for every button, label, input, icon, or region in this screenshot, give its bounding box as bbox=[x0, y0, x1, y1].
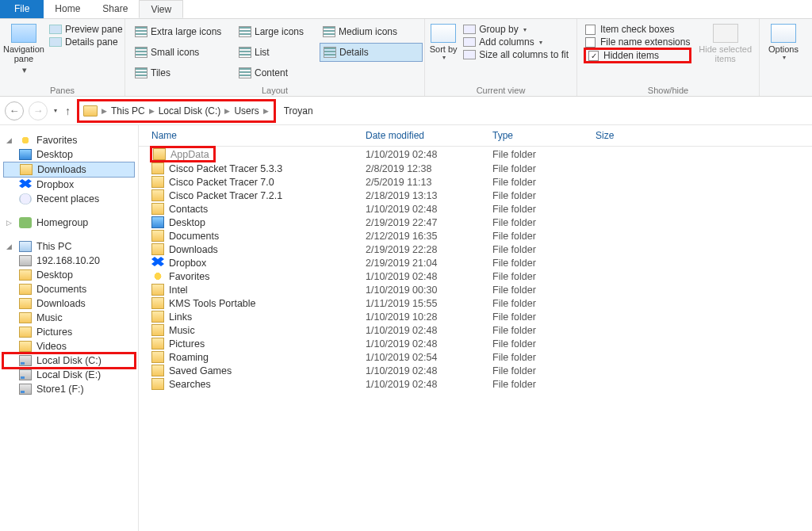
up-button[interactable]: ↑ bbox=[62, 105, 74, 117]
tiles-icon bbox=[135, 67, 147, 78]
group-by-button[interactable]: Group by ▾ bbox=[463, 24, 569, 35]
layout-content[interactable]: Content bbox=[236, 63, 315, 82]
sidebar-item-desktop[interactable]: Desktop bbox=[3, 147, 135, 162]
file-row[interactable]: Favorites1/10/2019 02:48File folder bbox=[144, 269, 812, 283]
hidden-items-toggle[interactable]: ✓Hidden items bbox=[585, 49, 690, 62]
file-row[interactable]: Cisco Packet Tracer 5.3.32/8/2019 12:38F… bbox=[144, 162, 812, 175]
sort-by-label: Sort by bbox=[430, 44, 458, 54]
col-name[interactable]: Name bbox=[151, 130, 366, 141]
chevron-right-icon: ▶ bbox=[101, 107, 108, 115]
add-columns-icon bbox=[463, 37, 476, 47]
layout-extra-large-icons[interactable]: Extra large icons bbox=[132, 22, 231, 41]
sidebar-item-pictures[interactable]: Pictures bbox=[3, 325, 135, 339]
sidebar-item-localdisk-e[interactable]: Local Disk (E:) bbox=[3, 368, 135, 382]
sidebar-item-recent[interactable]: Recent places bbox=[3, 192, 135, 206]
preview-pane-button[interactable]: Preview pane bbox=[49, 24, 123, 35]
column-headers[interactable]: Name Date modified Type Size bbox=[139, 125, 812, 147]
file-date: 1/10/2019 02:54 bbox=[366, 352, 492, 363]
folder-icon bbox=[151, 257, 164, 269]
file-name: Pictures bbox=[169, 338, 205, 350]
file-row[interactable]: Intel1/10/2019 00:30File folder bbox=[144, 283, 812, 296]
file-name: Roaming bbox=[169, 352, 209, 363]
file-row[interactable]: Contacts1/10/2019 02:48File folder bbox=[144, 202, 812, 216]
sidebar-item-store1-f[interactable]: Store1 (F:) bbox=[3, 382, 135, 396]
file-name: Dropbox bbox=[169, 258, 206, 269]
breadcrumb-users[interactable]: Users bbox=[231, 105, 262, 117]
sort-icon bbox=[431, 24, 456, 43]
sort-by-button[interactable]: Sort by ▾ bbox=[428, 21, 458, 85]
file-name: KMS Tools Portable bbox=[169, 298, 256, 309]
file-row[interactable]: Music1/10/2019 02:48File folder bbox=[144, 323, 812, 337]
folder-icon bbox=[151, 270, 164, 282]
details-pane-label: Details pane bbox=[65, 36, 118, 48]
file-date: 2/19/2019 22:28 bbox=[366, 244, 492, 255]
homegroup-icon bbox=[19, 217, 32, 228]
file-extensions-toggle[interactable]: File name extensions bbox=[585, 36, 690, 48]
layout-medium-icons[interactable]: Medium icons bbox=[320, 22, 423, 41]
add-columns-button[interactable]: Add columns ▾ bbox=[463, 36, 569, 48]
file-row[interactable]: Links1/10/2019 10:28File folder bbox=[144, 310, 812, 323]
item-checkboxes-toggle[interactable]: Item check boxes bbox=[585, 24, 690, 35]
sidebar-item-netdrive[interactable]: 192.168.10.20 bbox=[3, 254, 135, 268]
details-pane-button[interactable]: Details pane bbox=[49, 36, 123, 48]
file-row[interactable]: Roaming1/10/2019 02:54File folder bbox=[144, 350, 812, 364]
file-row[interactable]: Downloads2/19/2019 22:28File folder bbox=[144, 243, 812, 256]
folder-icon bbox=[19, 284, 32, 295]
file-row[interactable]: Searches1/10/2019 02:48File folder bbox=[144, 377, 812, 391]
layout-large-icons[interactable]: Large icons bbox=[236, 22, 315, 41]
preview-pane-icon bbox=[49, 25, 62, 34]
chevron-down-icon: ▾ bbox=[22, 65, 27, 74]
folder-icon bbox=[151, 284, 164, 296]
file-row[interactable]: AppData1/10/2019 02:48File folder bbox=[144, 147, 812, 162]
sidebar-homegroup[interactable]: ▷Homegroup bbox=[3, 216, 135, 230]
file-row[interactable]: Saved Games1/10/2019 02:48File folder bbox=[144, 364, 812, 377]
history-dropdown[interactable]: ▾ bbox=[54, 107, 57, 114]
tab-share[interactable]: Share bbox=[91, 0, 139, 18]
col-size[interactable]: Size bbox=[596, 130, 659, 141]
file-row[interactable]: Pictures1/10/2019 02:48File folder bbox=[144, 337, 812, 350]
col-date[interactable]: Date modified bbox=[366, 130, 492, 141]
file-date: 1/10/2019 02:48 bbox=[366, 379, 492, 390]
options-button[interactable]: Options ▾ bbox=[763, 21, 804, 94]
address-bar: ← → ▾ ↑ ▶ This PC ▶ Local Disk (C:) ▶ Us… bbox=[0, 97, 812, 125]
tab-home[interactable]: Home bbox=[44, 0, 91, 18]
sidebar-favorites[interactable]: ◢Favorites bbox=[3, 133, 135, 147]
col-type[interactable]: Type bbox=[492, 130, 596, 141]
hide-selected-button: Hide selected items bbox=[695, 21, 756, 85]
breadcrumb-troyan[interactable]: Troyan bbox=[281, 105, 316, 117]
size-columns-icon bbox=[463, 50, 476, 59]
group-showhide-label: Show/hide bbox=[580, 85, 756, 95]
tab-view[interactable]: View bbox=[139, 0, 183, 18]
chevron-down-icon: ▾ bbox=[523, 26, 527, 33]
folder-icon bbox=[151, 189, 164, 201]
sidebar-item-dropbox[interactable]: Dropbox bbox=[3, 178, 135, 192]
file-row[interactable]: Documents2/12/2019 16:35File folder bbox=[144, 229, 812, 243]
navigation-pane-button[interactable]: Navigation pane ▾ bbox=[3, 21, 44, 85]
breadcrumb-thispc[interactable]: This PC bbox=[108, 105, 148, 117]
sidebar-item-downloads[interactable]: Downloads bbox=[3, 296, 135, 311]
sidebar-item-videos[interactable]: Videos bbox=[3, 339, 135, 353]
file-row[interactable]: Cisco Packet Tracer 7.2.12/18/2019 13:13… bbox=[144, 189, 812, 202]
sidebar-item-desktop[interactable]: Desktop bbox=[3, 268, 135, 282]
sidebar-item-localdisk-c[interactable]: Local Disk (C:) bbox=[3, 353, 135, 368]
size-columns-button[interactable]: Size all columns to fit bbox=[463, 49, 569, 60]
file-row[interactable]: Cisco Packet Tracer 7.02/5/2019 11:13Fil… bbox=[144, 175, 812, 189]
breadcrumb[interactable]: ▶ This PC ▶ Local Disk (C:) ▶ Users ▶ bbox=[79, 101, 274, 121]
tab-file[interactable]: File bbox=[0, 0, 44, 18]
file-row[interactable]: Desktop2/19/2019 22:47File folder bbox=[144, 216, 812, 229]
file-type: File folder bbox=[492, 285, 596, 296]
folder-icon bbox=[151, 297, 164, 309]
sidebar-item-music[interactable]: Music bbox=[3, 311, 135, 325]
layout-small-icons[interactable]: Small icons bbox=[132, 43, 231, 62]
layout-list[interactable]: List bbox=[236, 43, 315, 62]
back-button[interactable]: ← bbox=[5, 101, 24, 120]
file-row[interactable]: Dropbox2/19/2019 21:04File folder bbox=[144, 256, 812, 269]
file-row[interactable]: KMS Tools Portable1/11/2019 15:55File fo… bbox=[144, 296, 812, 310]
sidebar-item-documents[interactable]: Documents bbox=[3, 282, 135, 296]
hide-selected-icon bbox=[713, 24, 738, 43]
breadcrumb-localdisk-c[interactable]: Local Disk (C:) bbox=[155, 105, 224, 117]
sidebar-item-downloads[interactable]: Downloads bbox=[3, 162, 135, 178]
layout-details[interactable]: Details bbox=[320, 43, 423, 62]
sidebar-thispc[interactable]: ◢This PC bbox=[3, 239, 135, 254]
layout-tiles[interactable]: Tiles bbox=[132, 63, 231, 82]
